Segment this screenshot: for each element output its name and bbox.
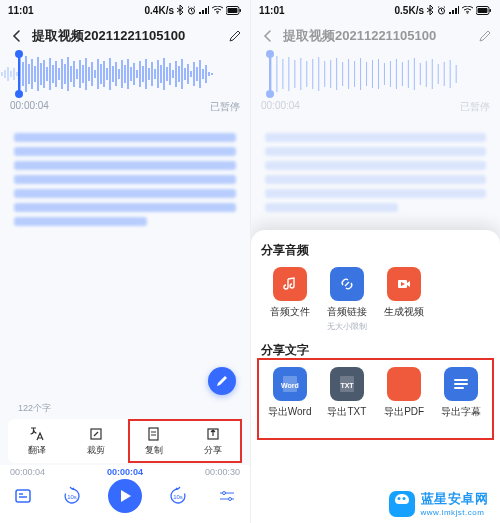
svg-rect-95 [490, 9, 492, 12]
playback-state: 已暂停 [460, 100, 490, 114]
time-position: 00:00:04 [261, 100, 300, 114]
cell-label: 音频链接 [327, 305, 367, 319]
svg-text:10s: 10s [173, 494, 183, 500]
share-sheet: 分享音频 音频文件 音频链接 无大小限制 生成视频 [251, 230, 500, 523]
cell-label: 导出Word [268, 405, 312, 419]
chevron-left-icon [10, 29, 24, 43]
play-button[interactable] [108, 479, 142, 513]
title-bar: 提取视频20211221105100 [251, 20, 500, 52]
transcript-text [259, 122, 492, 223]
tool-label: 裁剪 [87, 444, 105, 457]
tool-label: 分享 [204, 444, 222, 457]
play-icon [118, 489, 132, 503]
crop-button[interactable]: 裁剪 [67, 419, 126, 463]
status-bar: 11:01 0.4K/s [0, 0, 250, 20]
svg-rect-3 [205, 8, 207, 14]
playhead-marker[interactable] [18, 54, 20, 94]
edit-title-button[interactable] [226, 27, 244, 45]
forward-10-button[interactable]: 10s [165, 483, 191, 509]
play-time-right: 00:00:30 [205, 467, 240, 477]
back-button[interactable] [6, 25, 28, 47]
translate-icon [29, 426, 45, 442]
export-subtitle[interactable]: 导出字幕 [433, 367, 490, 419]
svg-rect-2 [202, 10, 204, 14]
alarm-icon [437, 6, 446, 15]
title-bar: 提取视频20211221105100 [0, 20, 250, 52]
share-button[interactable]: 分享 [184, 419, 243, 463]
sheet-audio-title: 分享音频 [261, 242, 490, 259]
play-time-mid: 00:00:04 [107, 467, 143, 477]
status-time: 11:01 [259, 5, 285, 16]
edit-fab[interactable] [208, 367, 236, 395]
page-title: 提取视频20211221105100 [32, 27, 222, 45]
svg-rect-90 [452, 10, 454, 14]
share-icon [205, 426, 221, 442]
svg-rect-4 [208, 6, 209, 14]
wifi-icon [212, 6, 223, 14]
cell-label: 生成视频 [384, 305, 424, 319]
time-bar: 00:00:04 已暂停 [0, 96, 250, 118]
phone-left: 11:01 0.4K/s 提取视频20211221105100 [0, 0, 250, 523]
link-icon [339, 276, 355, 292]
cell-label: 音频文件 [270, 305, 310, 319]
edit-title-button [476, 27, 494, 45]
settings-button[interactable] [214, 483, 240, 509]
share-generate-video[interactable]: 生成视频 [376, 267, 433, 332]
battery-icon [226, 6, 242, 15]
watermark-logo-icon [389, 491, 415, 517]
word-count: 122个字 [18, 402, 51, 415]
copy-button[interactable]: 复制 [125, 419, 184, 463]
waveform [251, 52, 500, 96]
time-bar: 00:00:04 已暂停 [251, 96, 500, 118]
subtitle-icon [452, 375, 470, 393]
share-audio-file[interactable]: 音频文件 [261, 267, 318, 332]
status-net: 0.5K/s [395, 5, 424, 16]
rewind-10-icon: 10s [62, 486, 82, 506]
svg-rect-81 [149, 428, 158, 440]
pencil-icon [479, 30, 491, 42]
pdf-icon [394, 374, 414, 394]
svg-text:TXT: TXT [340, 382, 354, 389]
back-button [257, 25, 279, 47]
word-icon: Word [280, 374, 300, 394]
settings-icon [218, 487, 236, 505]
playback-state: 已暂停 [210, 100, 240, 114]
svg-rect-96 [478, 8, 488, 13]
tool-label: 翻译 [28, 444, 46, 457]
svg-text:10s: 10s [67, 494, 77, 500]
transcript-toggle[interactable] [10, 483, 36, 509]
status-time: 11:01 [8, 5, 34, 16]
svg-text:Word: Word [281, 382, 299, 389]
transcript-text[interactable] [8, 122, 242, 237]
watermark-name: 蓝星安卓网 [421, 490, 489, 508]
cell-label: 导出字幕 [441, 405, 481, 419]
wifi-icon [462, 6, 473, 14]
signal-icon [199, 6, 209, 14]
video-icon [396, 276, 412, 292]
export-pdf[interactable]: 导出PDF [376, 367, 433, 419]
svg-rect-8 [228, 8, 238, 13]
export-txt[interactable]: TXT 导出TXT [318, 367, 375, 419]
pencil-icon [216, 375, 228, 387]
share-audio-link[interactable]: 音频链接 无大小限制 [318, 267, 375, 332]
svg-rect-89 [449, 12, 451, 14]
svg-rect-7 [240, 9, 242, 12]
svg-rect-83 [16, 490, 30, 502]
rewind-10-button[interactable]: 10s [59, 483, 85, 509]
svg-point-93 [467, 12, 469, 14]
export-word[interactable]: Word 导出Word [261, 367, 318, 419]
copy-icon [146, 426, 162, 442]
waveform[interactable] [0, 52, 250, 96]
alarm-icon [187, 6, 196, 15]
status-net: 0.4K/s [145, 5, 174, 16]
page-title: 提取视频20211221105100 [283, 27, 472, 45]
music-note-icon [282, 276, 298, 292]
crop-icon [88, 426, 104, 442]
battery-icon [476, 6, 492, 15]
toolbar: 翻译 裁剪 复制 分享 [8, 419, 242, 463]
time-position: 00:00:04 [10, 100, 49, 114]
cell-label: 导出PDF [384, 405, 424, 419]
translate-button[interactable]: 翻译 [8, 419, 67, 463]
watermark: 蓝星安卓网 www.lmkjst.com [383, 488, 495, 519]
signal-icon [449, 6, 459, 14]
